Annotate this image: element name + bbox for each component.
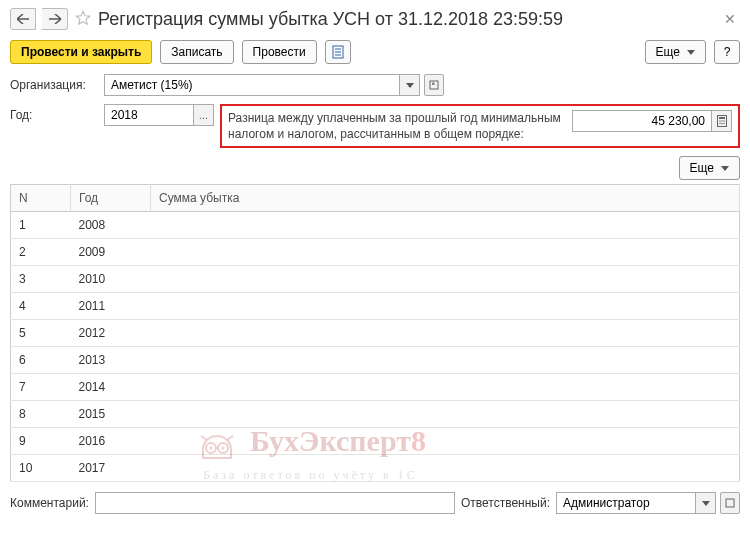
svg-point-11 xyxy=(721,123,722,124)
cell-year: 2015 xyxy=(71,401,151,428)
post-button[interactable]: Провести xyxy=(242,40,317,64)
svg-rect-17 xyxy=(726,499,734,507)
favorite-icon[interactable] xyxy=(74,9,92,30)
year-select-button[interactable]: … xyxy=(194,104,214,126)
cell-year: 2010 xyxy=(71,266,151,293)
comment-label: Комментарий: xyxy=(10,496,89,510)
cell-n: 9 xyxy=(11,428,71,455)
cell-sum[interactable] xyxy=(151,401,740,428)
org-input[interactable] xyxy=(104,74,400,96)
chevron-down-icon xyxy=(687,50,695,55)
cell-sum[interactable] xyxy=(151,266,740,293)
org-dropdown-button[interactable] xyxy=(400,74,420,96)
cell-sum[interactable] xyxy=(151,347,740,374)
table-row[interactable]: 102017 xyxy=(11,455,740,482)
chevron-down-icon xyxy=(702,501,710,506)
table-more-button[interactable]: Еще xyxy=(679,156,740,180)
chevron-down-icon xyxy=(406,83,414,88)
comment-input[interactable] xyxy=(95,492,455,514)
window-title: Регистрация суммы убытка УСН от 31.12.20… xyxy=(98,9,714,30)
svg-point-12 xyxy=(723,123,724,124)
cell-year: 2012 xyxy=(71,320,151,347)
nav-forward-button[interactable] xyxy=(42,8,68,30)
cell-year: 2013 xyxy=(71,347,151,374)
table-row[interactable]: 12008 xyxy=(11,212,740,239)
calculator-button[interactable] xyxy=(712,110,732,132)
help-button[interactable]: ? xyxy=(714,40,740,64)
cell-n: 7 xyxy=(11,374,71,401)
col-n-header: N xyxy=(11,185,71,212)
table-row[interactable]: 92016 xyxy=(11,428,740,455)
col-year-header: Год xyxy=(71,185,151,212)
org-open-button[interactable] xyxy=(424,74,444,96)
responsible-open-button[interactable] xyxy=(720,492,740,514)
cell-year: 2011 xyxy=(71,293,151,320)
arrow-left-icon xyxy=(17,14,29,24)
cell-n: 5 xyxy=(11,320,71,347)
post-close-button[interactable]: Провести и закрыть xyxy=(10,40,152,64)
cell-sum[interactable] xyxy=(151,374,740,401)
table-row[interactable]: 72014 xyxy=(11,374,740,401)
cell-year: 2014 xyxy=(71,374,151,401)
cell-n: 3 xyxy=(11,266,71,293)
year-label: Год: xyxy=(10,104,98,122)
cell-year: 2009 xyxy=(71,239,151,266)
cell-sum[interactable] xyxy=(151,293,740,320)
write-button[interactable]: Записать xyxy=(160,40,233,64)
cell-year: 2017 xyxy=(71,455,151,482)
cell-year: 2008 xyxy=(71,212,151,239)
cell-sum[interactable] xyxy=(151,239,740,266)
cell-n: 4 xyxy=(11,293,71,320)
report-button[interactable] xyxy=(325,40,351,64)
more-button[interactable]: Еще xyxy=(645,40,706,64)
loss-table: N Год Сумма убытка 120082200932010420115… xyxy=(10,184,740,482)
cell-n: 6 xyxy=(11,347,71,374)
svg-point-9 xyxy=(723,120,724,121)
responsible-label: Ответственный: xyxy=(461,496,550,510)
tax-diff-input[interactable] xyxy=(572,110,712,132)
cell-sum[interactable] xyxy=(151,455,740,482)
col-sum-header: Сумма убытка xyxy=(151,185,740,212)
table-row[interactable]: 52012 xyxy=(11,320,740,347)
cell-n: 10 xyxy=(11,455,71,482)
svg-rect-6 xyxy=(719,117,725,119)
table-row[interactable]: 62013 xyxy=(11,347,740,374)
cell-n: 2 xyxy=(11,239,71,266)
chevron-down-icon xyxy=(721,166,729,171)
tax-diff-section: Разница между уплаченным за прошлый год … xyxy=(220,104,740,148)
responsible-dropdown-button[interactable] xyxy=(696,492,716,514)
org-label: Организация: xyxy=(10,74,98,92)
table-row[interactable]: 42011 xyxy=(11,293,740,320)
open-icon xyxy=(725,498,735,508)
close-button[interactable]: ✕ xyxy=(720,11,740,27)
svg-point-8 xyxy=(721,120,722,121)
open-icon xyxy=(429,80,439,90)
svg-point-10 xyxy=(719,123,720,124)
calculator-icon xyxy=(717,115,727,127)
cell-sum[interactable] xyxy=(151,428,740,455)
tax-diff-label: Разница между уплаченным за прошлый год … xyxy=(228,110,564,142)
nav-back-button[interactable] xyxy=(10,8,36,30)
table-row[interactable]: 82015 xyxy=(11,401,740,428)
table-row[interactable]: 32010 xyxy=(11,266,740,293)
cell-year: 2016 xyxy=(71,428,151,455)
table-row[interactable]: 22009 xyxy=(11,239,740,266)
responsible-input[interactable] xyxy=(556,492,696,514)
cell-sum[interactable] xyxy=(151,320,740,347)
document-icon xyxy=(332,45,344,59)
cell-n: 8 xyxy=(11,401,71,428)
year-input[interactable] xyxy=(104,104,194,126)
cell-sum[interactable] xyxy=(151,212,740,239)
cell-n: 1 xyxy=(11,212,71,239)
arrow-right-icon xyxy=(49,14,61,24)
svg-point-7 xyxy=(719,120,720,121)
